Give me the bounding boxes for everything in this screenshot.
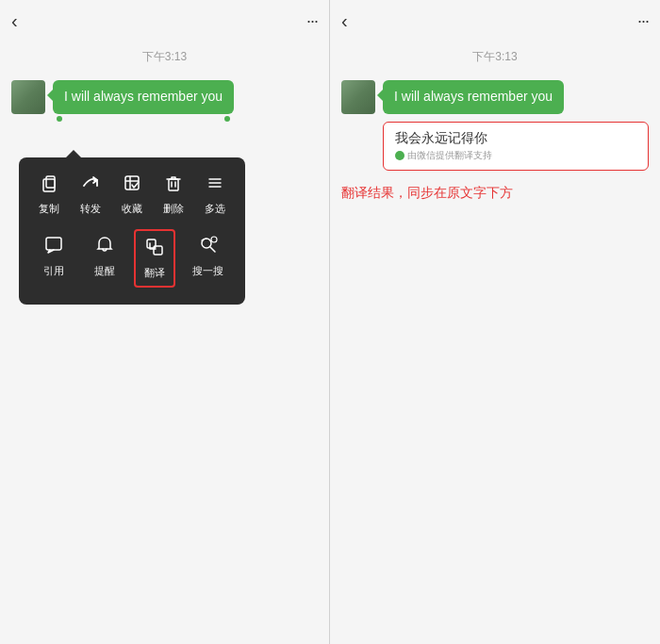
right-panel: ‹ ··· 下午3:13 I will always remember you … [330, 0, 660, 644]
search-icon [198, 235, 219, 260]
remind-icon [94, 235, 115, 260]
avatar-left [11, 80, 45, 114]
chat-area-left: I will always remember you [0, 73, 329, 644]
quote-label: 引用 [43, 264, 64, 278]
menu-item-collect[interactable]: 收藏 [111, 167, 153, 222]
back-button-left[interactable]: ‹ [11, 10, 18, 32]
translation-text: 我会永远记得你 [395, 130, 636, 147]
svg-rect-1 [46, 176, 55, 188]
svg-rect-4 [46, 238, 61, 250]
translation-wrapper: 我会永远记得你 由微信提供翻译支持 [383, 122, 649, 171]
forward-label: 转发 [80, 202, 101, 216]
translation-box: 我会永远记得你 由微信提供翻译支持 [383, 122, 649, 171]
message-text-left: I will always remember you [64, 89, 223, 104]
menu-item-delete[interactable]: 删除 [153, 167, 194, 222]
translate-icon [144, 237, 165, 262]
avatar-right [341, 80, 375, 114]
avatar-image-right [341, 80, 375, 114]
remind-label: 提醒 [94, 264, 115, 278]
dot-right [224, 116, 230, 122]
bubble-dots [53, 116, 234, 122]
forward-icon [80, 173, 101, 198]
topbar-right: ‹ ··· [330, 0, 660, 41]
collect-label: 收藏 [122, 202, 142, 216]
message-row-left: I will always remember you [11, 80, 318, 114]
annotation-text: 翻译结果，同步在原文字下方 [341, 182, 649, 203]
avatar-image-left [11, 80, 45, 114]
collect-icon [122, 173, 142, 198]
copy-icon [39, 173, 59, 198]
translation-source: 由微信提供翻译支持 [395, 149, 636, 162]
context-menu: 复制 转发 [19, 157, 245, 305]
message-bubble-left: I will always remember you [53, 80, 234, 114]
time-label-right: 下午3:13 [330, 49, 660, 65]
menu-item-multiselect[interactable]: 多选 [194, 167, 236, 222]
svg-rect-3 [169, 179, 178, 190]
wechat-dot-icon [395, 151, 404, 160]
topbar-left: ‹ ··· [0, 0, 329, 41]
chat-area-right: I will always remember you 我会永远记得你 由微信提供… [330, 73, 660, 644]
left-panel: ‹ ··· 下午3:13 I will always remember you [0, 0, 330, 644]
menu-item-quote[interactable]: 引用 [33, 229, 74, 288]
multiselect-label: 多选 [205, 202, 225, 216]
dot-left [57, 116, 62, 122]
multiselect-icon [205, 173, 225, 198]
source-text: 由微信提供翻译支持 [407, 149, 492, 162]
menu-item-search[interactable]: 搜一搜 [185, 229, 231, 288]
menu-row-2: 引用 提醒 [28, 229, 236, 288]
svg-rect-2 [125, 176, 139, 190]
delete-label: 删除 [163, 202, 184, 216]
menu-item-forward[interactable]: 转发 [70, 167, 111, 222]
svg-rect-0 [43, 179, 55, 191]
message-bubble-right: I will always remember you [383, 80, 564, 114]
menu-item-copy[interactable]: 复制 [28, 167, 70, 222]
time-label-left: 下午3:13 [0, 49, 329, 65]
more-button-right[interactable]: ··· [637, 11, 649, 31]
message-row-right: I will always remember you [341, 80, 649, 114]
menu-row-1: 复制 转发 [28, 167, 236, 222]
message-text-right: I will always remember you [394, 89, 553, 104]
search-label: 搜一搜 [192, 264, 223, 278]
svg-point-8 [211, 237, 217, 242]
menu-item-remind[interactable]: 提醒 [84, 229, 125, 288]
more-button-left[interactable]: ··· [306, 11, 318, 31]
copy-label: 复制 [39, 202, 59, 216]
menu-item-translate[interactable]: 翻译 [134, 229, 175, 288]
quote-icon [43, 235, 64, 260]
delete-icon [163, 173, 184, 198]
back-button-right[interactable]: ‹ [341, 10, 348, 32]
translate-label: 翻译 [144, 266, 165, 280]
